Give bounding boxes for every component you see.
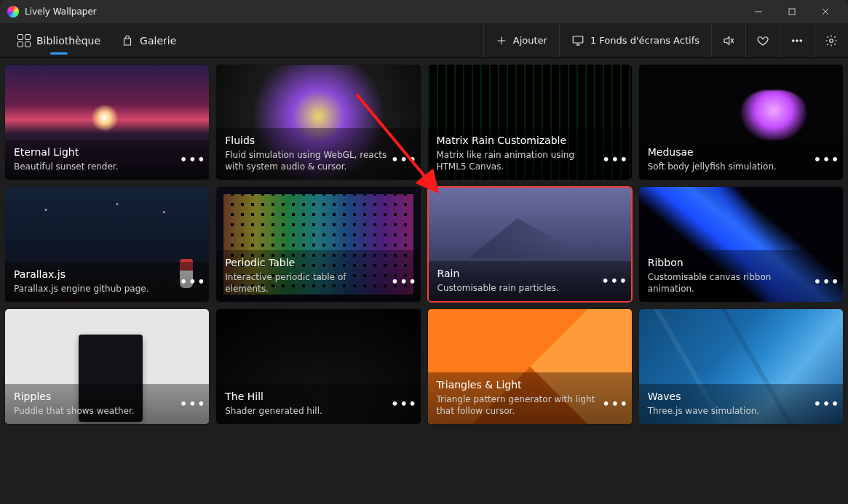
card-title: Ribbon — [648, 256, 811, 270]
monitor-icon — [571, 34, 585, 47]
tab-library-label: Bibliothèque — [36, 35, 100, 47]
card-description: Matrix like rain animation using HTML5 C… — [437, 149, 600, 172]
card-description: Parallax.js engine github page. — [14, 283, 177, 295]
card-overlay: MedusaeSoft body jellyfish simulation. — [639, 140, 843, 180]
add-label: Ajouter — [513, 35, 547, 46]
card-description: Fluid simulation using WebGL, reacts wit… — [225, 149, 388, 172]
card-more-button[interactable]: ••• — [817, 393, 837, 414]
mute-icon — [722, 34, 735, 47]
card-description: Beautiful sunset render. — [14, 161, 177, 172]
card-more-button[interactable]: ••• — [395, 393, 415, 414]
card-description: Soft body jellyfish simulation. — [648, 161, 811, 172]
card-more-button[interactable]: ••• — [606, 149, 626, 169]
add-button[interactable]: Ajouter — [483, 23, 559, 57]
window-controls — [742, 0, 842, 23]
card-overlay: RainCustomisable rain particles. — [429, 261, 631, 301]
wallpaper-card[interactable]: Matrix Rain CustomizableMatrix like rain… — [427, 64, 633, 180]
app-icon — [7, 6, 19, 17]
minimize-button[interactable] — [742, 0, 775, 23]
svg-rect-1 — [573, 36, 583, 43]
card-description: Customisable canvas ribbon animation. — [648, 271, 811, 295]
card-overlay: Parallax.jsParallax.js engine github pag… — [5, 262, 209, 302]
close-button[interactable] — [809, 0, 842, 23]
favorite-button[interactable] — [745, 23, 780, 57]
wallpaper-card[interactable]: Periodic TableInteractive periodic table… — [215, 186, 421, 303]
wallpaper-grid: Eternal LightBeautiful sunset render.•••… — [0, 58, 848, 431]
toolbar: Bibliothèque Galerie Ajouter 1 Fonds d'é… — [0, 23, 848, 58]
card-overlay: RipplesPuddle that shows weather. — [5, 384, 209, 424]
active-screens-button[interactable]: 1 Fonds d'écrans Actifs — [559, 23, 711, 57]
window-title: Lively Wallpaper — [25, 7, 97, 17]
mute-button[interactable] — [711, 23, 745, 57]
tab-gallery[interactable]: Galerie — [111, 23, 186, 57]
svg-point-2 — [793, 39, 794, 41]
card-overlay: RibbonCustomisable canvas ribbon animati… — [639, 250, 843, 302]
card-description: Shader generated hill. — [225, 405, 388, 417]
card-description: Customisable rain particles. — [437, 282, 599, 294]
gallery-icon — [121, 34, 134, 47]
card-overlay: WavesThree.js wave simulation. — [639, 384, 843, 424]
card-overlay: FluidsFluid simulation using WebGL, reac… — [216, 128, 420, 180]
svg-point-5 — [830, 39, 833, 42]
card-title: Matrix Rain Customizable — [437, 134, 600, 148]
card-title: Ripples — [14, 390, 177, 404]
card-title: Rain — [437, 267, 599, 281]
heart-icon — [756, 34, 769, 47]
wallpaper-card[interactable]: Parallax.jsParallax.js engine github pag… — [4, 186, 210, 303]
card-description: Interactive periodic table of elements. — [225, 271, 388, 295]
card-description: Three.js wave simulation. — [648, 405, 811, 417]
wallpaper-card[interactable]: The HillShader generated hill.••• — [215, 308, 421, 425]
card-title: Parallax.js — [14, 268, 177, 281]
wallpaper-card[interactable]: RainCustomisable rain particles.••• — [427, 186, 633, 303]
card-more-button[interactable]: ••• — [605, 271, 625, 291]
plus-icon — [496, 35, 507, 47]
wallpaper-card[interactable]: CHICAGO 29° RipplesPuddle that shows wea… — [4, 308, 210, 425]
tab-gallery-label: Galerie — [140, 35, 176, 47]
svg-point-4 — [800, 39, 801, 41]
card-overlay: Triangles & LightTriangle pattern genera… — [428, 372, 632, 424]
card-title: Periodic Table — [225, 256, 388, 270]
wallpaper-card[interactable]: Eternal LightBeautiful sunset render.••• — [4, 64, 210, 180]
wallpaper-card[interactable]: RibbonCustomisable canvas ribbon animati… — [638, 186, 844, 303]
card-more-button[interactable]: ••• — [395, 149, 415, 169]
titlebar: Lively Wallpaper — [0, 0, 848, 23]
card-more-button[interactable]: ••• — [183, 393, 203, 414]
card-more-button[interactable]: ••• — [395, 271, 415, 292]
active-label: 1 Fonds d'écrans Actifs — [590, 35, 700, 46]
library-icon — [17, 34, 31, 47]
card-overlay: Eternal LightBeautiful sunset render. — [5, 140, 209, 180]
card-title: Eternal Light — [14, 145, 177, 159]
card-more-button[interactable]: ••• — [817, 149, 837, 169]
ellipsis-icon — [790, 34, 804, 47]
tab-library[interactable]: Bibliothèque — [7, 23, 111, 57]
card-title: Waves — [648, 390, 811, 404]
card-description: Puddle that shows weather. — [14, 405, 177, 417]
card-more-button[interactable]: ••• — [606, 393, 626, 414]
svg-point-3 — [796, 39, 798, 41]
wallpaper-card[interactable]: WavesThree.js wave simulation.••• — [638, 308, 844, 425]
card-more-button[interactable]: ••• — [817, 271, 837, 292]
card-title: Fluids — [225, 134, 388, 148]
card-title: Medusae — [648, 145, 811, 159]
maximize-button[interactable] — [775, 0, 809, 23]
gear-icon — [825, 34, 838, 47]
wallpaper-card[interactable]: Triangles & LightTriangle pattern genera… — [427, 308, 633, 425]
wallpaper-card[interactable]: FluidsFluid simulation using WebGL, reac… — [215, 64, 421, 180]
more-menu-button[interactable] — [780, 23, 814, 57]
card-overlay: Periodic TableInteractive periodic table… — [216, 250, 420, 302]
card-more-button[interactable]: ••• — [183, 149, 203, 169]
card-title: The Hill — [225, 390, 388, 404]
card-overlay: Matrix Rain CustomizableMatrix like rain… — [428, 128, 632, 180]
svg-rect-0 — [789, 9, 795, 15]
card-more-button[interactable]: ••• — [183, 271, 203, 292]
settings-button[interactable] — [814, 23, 848, 57]
card-title: Triangles & Light — [437, 378, 600, 392]
card-description: Triangle pattern generator with light th… — [437, 393, 600, 417]
wallpaper-card[interactable]: MedusaeSoft body jellyfish simulation.••… — [638, 64, 844, 180]
card-overlay: The HillShader generated hill. — [216, 384, 420, 424]
